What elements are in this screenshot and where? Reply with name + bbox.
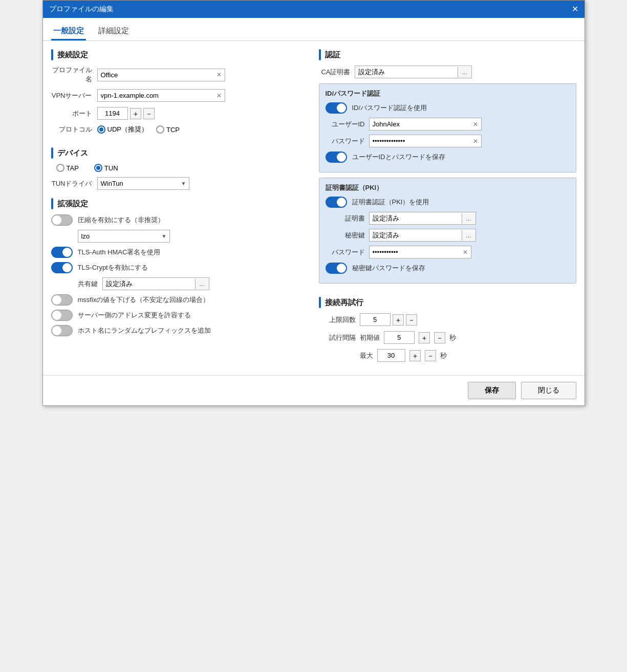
interval-init-increment-btn[interactable]: ＋ [419, 332, 430, 343]
cert-label: 証明書 [326, 214, 369, 223]
interval-max-input[interactable] [377, 349, 405, 362]
left-panel: 接続設定 プロファイル名 ✕ VPNサーバー ✕ [51, 49, 309, 367]
private-key-browse-btn[interactable]: ... [462, 230, 475, 241]
tls-crypt-row: TLS-Cryptを有効にする [51, 262, 309, 273]
pki-password-row: パスワード ✕ [326, 246, 570, 258]
interval-max-decrement-btn[interactable]: － [425, 350, 436, 361]
cert-browse-btn[interactable]: ... [462, 213, 475, 224]
tab-general[interactable]: 一般設定 [51, 23, 86, 40]
right-panel: 認証 CA証明書 ... ID/パスワード認証 [319, 49, 576, 367]
port-decrement-btn[interactable]: － [143, 108, 155, 119]
hostname-prefix-toggle[interactable] [51, 325, 73, 336]
extended-section: 拡張設定 圧縮を有効にする（非推奨） lzo lz4 [51, 198, 309, 340]
max-retry-increment-btn[interactable]: ＋ [393, 314, 404, 326]
interval-init-decrement-btn[interactable]: － [434, 332, 445, 343]
footer: 保存 閉じる [43, 375, 585, 405]
compression-select-wrapper: lzo lz4 lz4-v2 ▼ [78, 230, 170, 243]
device-controls: TAP TUN TUNドライバ WinTun TAP-Windows6 [51, 164, 309, 190]
interval-controls: 初期値 ＋ － 秒 [360, 331, 456, 344]
device-section: デバイス TAP TUN TUNドライバ [51, 147, 309, 190]
interval-label: 試行間隔 [319, 333, 360, 342]
compression-select[interactable]: lzo lz4 lz4-v2 [78, 230, 170, 243]
vpn-server-clear-btn[interactable]: ✕ [213, 91, 225, 100]
interval-max-increment-btn[interactable]: ＋ [409, 350, 421, 361]
vpn-server-row: VPNサーバー ✕ [51, 89, 309, 102]
id-password-toggle[interactable] [326, 102, 347, 114]
device-tap[interactable]: TAP [56, 164, 79, 172]
ca-cert-input[interactable] [355, 66, 458, 78]
dialog-title: プロファイルの編集 [49, 5, 114, 14]
interval-init-input[interactable] [384, 331, 415, 344]
save-pki-label: 秘密鍵パスワードを保存 [352, 264, 425, 273]
driver-select[interactable]: WinTun TAP-Windows6 [97, 177, 189, 190]
port-input[interactable] [97, 107, 128, 120]
user-id-clear-btn[interactable]: ✕ [470, 120, 481, 129]
shared-key-input-wrapper: ... [102, 277, 209, 290]
protocol-udp-radio[interactable] [97, 125, 105, 134]
port-row: ポート ＋ － [51, 107, 309, 120]
tab-advanced[interactable]: 詳細設定 [96, 23, 131, 40]
extended-title: 拡張設定 [57, 199, 88, 209]
max-retry-decrement-btn[interactable]: － [406, 314, 417, 326]
hostname-prefix-row: ホスト名にランダムなプレフィックスを追加 [51, 325, 309, 336]
device-tun[interactable]: TUN [94, 164, 118, 172]
pki-toggle[interactable] [326, 197, 347, 208]
connection-title: 接続設定 [57, 50, 88, 60]
cert-row: 証明書 ... [326, 212, 570, 225]
compression-toggle[interactable] [51, 214, 73, 226]
save-credentials-toggle[interactable] [326, 151, 347, 163]
max-retry-controls: ＋ － [360, 313, 417, 326]
ca-cert-input-wrapper: ... [355, 66, 472, 78]
cert-input[interactable] [370, 212, 462, 224]
save-pki-row: 秘密鍵パスワードを保存 [326, 263, 570, 274]
profile-name-clear-btn[interactable]: ✕ [213, 70, 225, 79]
user-id-label: ユーザーID [326, 120, 369, 129]
tabs: 一般設定 詳細設定 [43, 18, 585, 41]
password-row: パスワード ✕ [326, 135, 570, 147]
protocol-label: プロトコル [51, 125, 97, 134]
pki-password-input[interactable] [370, 246, 460, 258]
save-button[interactable]: 保存 [468, 382, 516, 399]
max-retry-input[interactable] [360, 313, 391, 326]
user-id-input[interactable] [370, 118, 470, 130]
shared-key-browse-btn[interactable]: ... [195, 279, 209, 289]
profile-name-input[interactable] [98, 69, 213, 81]
ca-cert-browse-btn[interactable]: ... [458, 67, 471, 77]
protocol-tcp-radio[interactable] [156, 125, 164, 134]
device-tap-radio[interactable] [56, 164, 64, 172]
protocol-tcp[interactable]: TCP [156, 125, 180, 134]
private-key-input[interactable] [370, 229, 462, 241]
password-input-wrapper: ✕ [369, 135, 482, 147]
private-key-label: 秘密鍵 [326, 231, 369, 240]
tls-auth-row: TLS-Auth HMAC署名を使用 [51, 247, 309, 258]
protocol-udp[interactable]: UDP（推奨） [97, 125, 148, 134]
device-type-radios: TAP TUN [51, 164, 309, 172]
connection-header: 接続設定 [51, 49, 309, 60]
shared-key-input[interactable] [103, 278, 195, 290]
device-header: デバイス [51, 147, 309, 159]
port-increment-btn[interactable]: ＋ [130, 108, 141, 119]
save-pki-toggle[interactable] [326, 263, 347, 274]
pki-section: 証明書認証（PKI） 証明書認証（PKI）を使用 証明書 ... [319, 178, 576, 284]
tls-auth-toggle[interactable] [51, 247, 73, 258]
vpn-server-input-wrapper: ✕ [97, 89, 225, 102]
protocol-radio-group: UDP（推奨） TCP [97, 125, 180, 134]
content-area: 接続設定 プロファイル名 ✕ VPNサーバー ✕ [43, 41, 585, 375]
interval-init-label: 初期値 [360, 333, 380, 342]
vpn-server-input[interactable] [98, 90, 213, 101]
pki-toggle-row: 証明書認証（PKI）を使用 [326, 197, 570, 208]
pki-password-clear-btn[interactable]: ✕ [460, 248, 471, 257]
pki-password-input-wrapper: ✕ [369, 246, 471, 258]
close-icon[interactable]: ✕ [572, 5, 578, 13]
profile-name-input-wrapper: ✕ [97, 69, 225, 81]
device-tap-label: TAP [67, 164, 79, 172]
mssfix-toggle[interactable] [51, 294, 73, 306]
password-clear-btn[interactable]: ✕ [470, 137, 481, 146]
server-address-toggle[interactable] [51, 310, 73, 321]
tls-crypt-toggle[interactable] [51, 262, 73, 273]
password-input[interactable] [370, 135, 470, 147]
pki-toggle-label: 証明書認証（PKI）を使用 [352, 198, 429, 207]
close-button[interactable]: 閉じる [521, 382, 576, 399]
device-tun-radio[interactable] [94, 164, 102, 172]
extended-section-bar [51, 198, 53, 209]
